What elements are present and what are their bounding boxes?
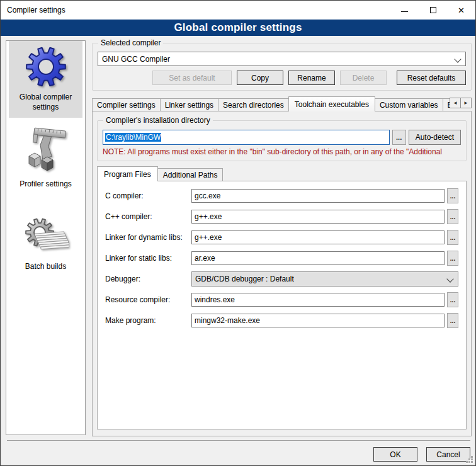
c-compiler-input[interactable] xyxy=(191,189,445,203)
debugger-select[interactable]: GDB/CDB debugger : Default xyxy=(191,271,458,287)
close-button[interactable]: ✕ xyxy=(447,1,475,20)
program-files-tabstrip: Program Files Additional Paths xyxy=(97,166,467,181)
form-row-linker-dynamic: Linker for dynamic libs: ... xyxy=(105,230,458,245)
field-label: Make program: xyxy=(105,316,191,325)
program-files-page: C compiler: ... C++ compiler: ... Linker… xyxy=(97,181,467,429)
tab-scroll-right-button[interactable]: ► xyxy=(460,98,472,108)
tab-toolchain-executables[interactable]: Toolchain executables xyxy=(288,96,375,111)
dialog-footer: OK Cancel xyxy=(7,440,470,462)
tab-scroll-left-button[interactable]: ◄ xyxy=(450,98,461,108)
copy-button[interactable]: Copy xyxy=(237,71,283,85)
compiler-buttons: Set as default Copy Rename Delete Reset … xyxy=(98,71,466,85)
cpp-compiler-input[interactable] xyxy=(191,210,445,224)
form-row-linker-static: Linker for static libs: ... xyxy=(105,251,458,266)
titlebar[interactable]: Compiler settings ✕ xyxy=(1,1,475,20)
tab-compiler-settings[interactable]: Compiler settings xyxy=(92,98,161,111)
main-panel: Selected compiler GNU GCC Compiler Set a… xyxy=(92,43,472,436)
minimize-button[interactable] xyxy=(390,1,419,20)
field-label: Resource compiler: xyxy=(105,295,191,304)
chevron-down-icon xyxy=(446,275,453,282)
compiler-settings-dialog: Compiler settings ✕ Global compiler sett… xyxy=(0,0,476,466)
ok-button[interactable]: OK xyxy=(373,447,417,462)
tab-custom-variables[interactable]: Custom variables xyxy=(375,98,443,111)
tab-scroll-buttons: ◄ ► xyxy=(450,98,472,108)
window-title: Compiler settings xyxy=(1,6,65,14)
dialog-banner: Global compiler settings xyxy=(1,20,475,36)
sidebar-item-label: Batch builds xyxy=(25,262,66,272)
resource-compiler-input[interactable] xyxy=(191,293,445,307)
resize-grip[interactable] xyxy=(466,456,473,463)
arrow-left-icon: ◄ xyxy=(453,100,458,106)
settings-tabstrip: Compiler settings Linker settings Search… xyxy=(92,96,472,111)
chevron-down-icon xyxy=(454,55,461,62)
delete-button[interactable]: Delete xyxy=(340,71,387,85)
browse-directory-button[interactable]: ... xyxy=(392,130,406,145)
set-as-default-button[interactable]: Set as default xyxy=(152,71,232,85)
make-program-input[interactable] xyxy=(191,314,445,327)
toolchain-executables-page: Compiler's installation directory C:\ray… xyxy=(92,111,472,436)
reset-defaults-button[interactable]: Reset defaults xyxy=(397,71,466,85)
sidebar-item-label: Profiler settings xyxy=(20,179,72,190)
form-row-cpp-compiler: C++ compiler: ... xyxy=(105,209,458,224)
sidebar-item-batch-builds[interactable]: Batch builds xyxy=(9,212,82,278)
maximize-icon xyxy=(430,7,436,13)
tab-search-directories[interactable]: Search directories xyxy=(218,98,289,111)
field-label: C compiler: xyxy=(105,191,191,200)
linker-static-input[interactable] xyxy=(191,251,445,265)
settings-category-list: Global compiler settings xyxy=(6,40,86,435)
compiler-select[interactable]: GNU GCC Compiler xyxy=(98,52,466,66)
caliper-icon xyxy=(24,127,68,175)
window-controls: ✕ xyxy=(390,1,475,20)
close-icon: ✕ xyxy=(458,6,465,14)
dialog-body: Global compiler settings xyxy=(1,37,475,465)
maximize-button[interactable] xyxy=(419,1,447,20)
arrow-right-icon: ► xyxy=(463,100,468,106)
field-label: Debugger: xyxy=(105,275,191,283)
field-label: Linker for static libs: xyxy=(105,254,191,263)
form-row-resource-compiler: Resource compiler: ... xyxy=(105,292,458,307)
batch-builds-icon xyxy=(23,216,69,258)
installation-directory-legend: Compiler's installation directory xyxy=(103,116,213,125)
installation-note: NOTE: All programs must exist either in … xyxy=(103,147,461,156)
blue-gear-icon xyxy=(25,45,67,88)
browse-cpp-compiler-button[interactable]: ... xyxy=(447,209,458,224)
sidebar-item-global-compiler-settings[interactable]: Global compiler settings xyxy=(9,41,82,118)
debugger-select-value: GDB/CDB debugger : Default xyxy=(195,275,294,283)
installation-directory-input[interactable]: C:\raylib\MinGW xyxy=(103,130,390,145)
rename-button[interactable]: Rename xyxy=(288,71,335,85)
compiler-select-value: GNU GCC Compiler xyxy=(102,55,170,64)
selected-compiler-group: Selected compiler GNU GCC Compiler Set a… xyxy=(92,43,472,91)
linker-dynamic-input[interactable] xyxy=(191,230,445,244)
browse-c-compiler-button[interactable]: ... xyxy=(447,188,458,203)
browse-linker-static-button[interactable]: ... xyxy=(447,251,458,266)
minimize-icon xyxy=(401,11,408,12)
installation-directory-group: Compiler's installation directory C:\ray… xyxy=(97,120,467,161)
form-row-make-program: Make program: ... xyxy=(105,313,458,328)
dialog-banner-title: Global compiler settings xyxy=(174,21,302,34)
installation-directory-value: C:\raylib\MinGW xyxy=(105,133,161,142)
browse-make-program-button[interactable]: ... xyxy=(447,313,458,328)
field-label: Linker for dynamic libs: xyxy=(105,233,191,242)
form-row-c-compiler: C compiler: ... xyxy=(105,188,458,203)
browse-resource-compiler-button[interactable]: ... xyxy=(447,292,458,307)
sidebar-item-profiler-settings[interactable]: Profiler settings xyxy=(9,123,82,195)
tab-program-files[interactable]: Program Files xyxy=(97,166,158,181)
tab-linker-settings[interactable]: Linker settings xyxy=(160,98,218,111)
auto-detect-button[interactable]: Auto-detect xyxy=(409,130,461,145)
browse-linker-dynamic-button[interactable]: ... xyxy=(447,230,458,245)
form-row-debugger: Debugger: GDB/CDB debugger : Default xyxy=(105,271,458,287)
field-label: C++ compiler: xyxy=(105,212,191,221)
cancel-button[interactable]: Cancel xyxy=(426,447,470,462)
sidebar-item-label: Global compiler settings xyxy=(10,93,81,112)
selected-compiler-legend: Selected compiler xyxy=(98,38,163,47)
tab-additional-paths[interactable]: Additional Paths xyxy=(157,168,224,181)
